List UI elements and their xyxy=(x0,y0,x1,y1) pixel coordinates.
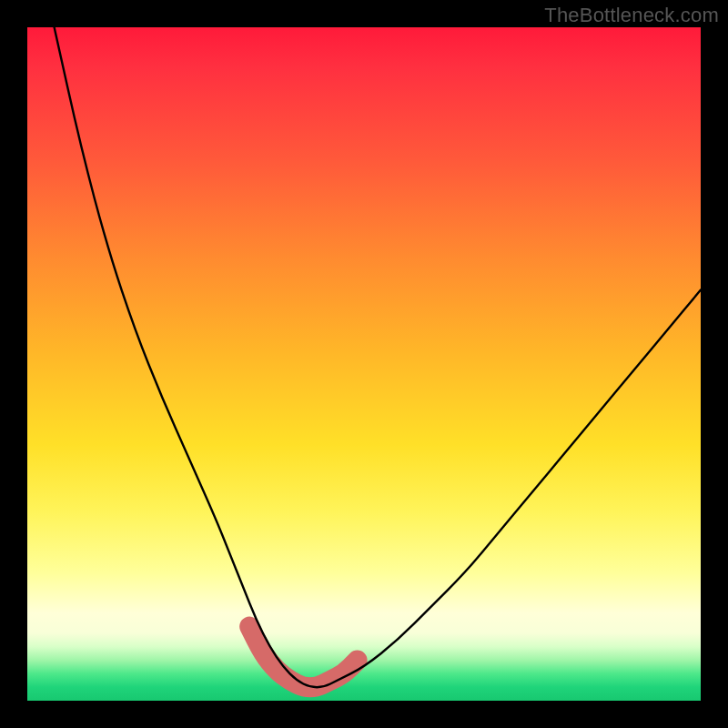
bottleneck-curve-path xyxy=(55,27,701,687)
chart-frame: TheBottleneck.com xyxy=(0,0,728,728)
watermark-text: TheBottleneck.com xyxy=(544,4,719,27)
curve-layer xyxy=(27,27,701,701)
plot-area xyxy=(27,27,701,701)
